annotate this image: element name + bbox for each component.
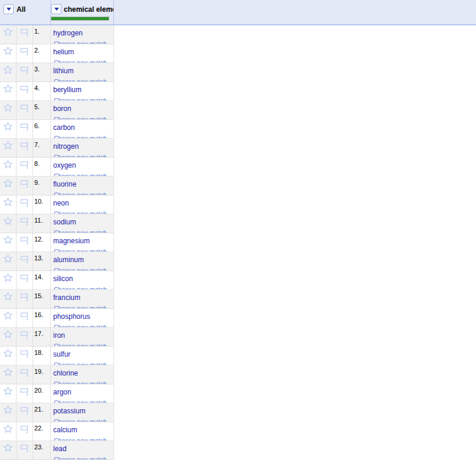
- flag-icon[interactable]: [20, 66, 30, 81]
- choose-new-match-link[interactable]: Choose new match: [54, 267, 107, 270]
- flag-icon[interactable]: [20, 122, 30, 138]
- flag-icon[interactable]: [20, 84, 30, 100]
- cell-value-link[interactable]: phosphorus: [53, 312, 90, 321]
- star-icon[interactable]: [3, 311, 13, 327]
- star-icon[interactable]: [3, 386, 13, 403]
- flag-icon[interactable]: [20, 160, 30, 176]
- star-icon[interactable]: [3, 329, 13, 346]
- choose-new-match-link[interactable]: Choose new match: [54, 399, 107, 403]
- star-icon[interactable]: [3, 235, 13, 252]
- choose-new-match-link[interactable]: Choose new match: [54, 324, 107, 327]
- choose-new-match-link[interactable]: Choose new match: [54, 40, 107, 44]
- cell-value-link[interactable]: francium: [53, 293, 80, 302]
- choose-new-match-link[interactable]: Choose new match: [54, 286, 107, 289]
- flag-icon[interactable]: [20, 236, 30, 252]
- star-icon[interactable]: [3, 405, 13, 422]
- cell-value-link[interactable]: hydrogen: [53, 29, 83, 37]
- flag-icon[interactable]: [20, 47, 30, 63]
- flag-icon[interactable]: [20, 443, 30, 459]
- choose-new-match-link[interactable]: Choose new match: [54, 229, 107, 233]
- flag-icon[interactable]: [20, 349, 30, 365]
- choose-new-match-link[interactable]: Choose new match: [54, 191, 107, 195]
- table-row: 13. aluminum Choose new match: [0, 252, 114, 271]
- flag-icon[interactable]: [20, 368, 30, 384]
- choose-new-match-link[interactable]: Choose new match: [54, 418, 107, 422]
- cell-value-link[interactable]: boron: [53, 105, 71, 113]
- choose-new-match-link[interactable]: Choose new match: [54, 210, 107, 214]
- flag-icon[interactable]: [20, 217, 30, 233]
- flag-icon[interactable]: [20, 141, 30, 157]
- value-cell: sodium Choose new match: [51, 214, 114, 233]
- cell-value-link[interactable]: carbon: [53, 123, 75, 132]
- star-icon[interactable]: [3, 348, 13, 365]
- cell-value-link[interactable]: iron: [53, 331, 65, 340]
- star-icon[interactable]: [3, 367, 13, 384]
- flag-icon[interactable]: [20, 273, 30, 289]
- flag-cell: [17, 441, 33, 459]
- cell-value-link[interactable]: argon: [53, 388, 71, 396]
- star-icon[interactable]: [3, 84, 13, 100]
- chevron-down-icon: [6, 8, 11, 11]
- cell-value-link[interactable]: nitrogen: [53, 142, 79, 151]
- choose-new-match-link[interactable]: Choose new match: [54, 380, 107, 384]
- cell-value-link[interactable]: sulfur: [53, 350, 70, 358]
- cell-value-link[interactable]: silicon: [53, 275, 73, 283]
- cell-value-link[interactable]: neon: [53, 199, 69, 207]
- choose-new-match-link[interactable]: Choose new match: [54, 59, 107, 63]
- flag-icon[interactable]: [20, 28, 30, 44]
- cell-value-link[interactable]: chlorine: [53, 369, 78, 377]
- choose-new-match-link[interactable]: Choose new match: [54, 361, 107, 365]
- column-dropdown-button[interactable]: [51, 4, 61, 14]
- flag-icon[interactable]: [20, 255, 30, 270]
- flag-icon[interactable]: [20, 387, 30, 403]
- choose-new-match-link[interactable]: Choose new match: [54, 342, 107, 346]
- flag-icon[interactable]: [20, 406, 30, 422]
- cell-value-link[interactable]: oxygen: [53, 161, 76, 169]
- cell-value-link[interactable]: calcium: [53, 426, 77, 434]
- all-dropdown-button[interactable]: [4, 4, 14, 14]
- flag-icon[interactable]: [20, 103, 30, 119]
- star-icon[interactable]: [3, 103, 13, 119]
- cell-value-link[interactable]: magnesium: [53, 237, 90, 245]
- flag-icon[interactable]: [20, 311, 30, 327]
- cell-value-link[interactable]: fluorine: [53, 180, 76, 188]
- star-icon[interactable]: [3, 443, 13, 459]
- choose-new-match-link[interactable]: Choose new match: [54, 305, 107, 308]
- star-icon[interactable]: [3, 254, 13, 270]
- cell-value-link[interactable]: beryllium: [53, 86, 81, 94]
- choose-new-match-link[interactable]: Choose new match: [54, 135, 107, 138]
- star-icon[interactable]: [3, 65, 13, 81]
- cell-value-link[interactable]: potassium: [53, 407, 86, 415]
- choose-new-match-link[interactable]: Choose new match: [54, 248, 107, 252]
- star-icon[interactable]: [3, 159, 13, 176]
- star-cell: [0, 309, 17, 327]
- cell-value-link[interactable]: lithium: [53, 67, 74, 75]
- cell-value-link[interactable]: sodium: [53, 218, 76, 226]
- star-icon[interactable]: [3, 197, 13, 214]
- star-icon[interactable]: [3, 27, 13, 44]
- star-icon[interactable]: [3, 273, 13, 289]
- choose-new-match-link[interactable]: Choose new match: [54, 97, 107, 100]
- star-icon[interactable]: [3, 216, 13, 233]
- star-icon[interactable]: [3, 292, 13, 308]
- choose-new-match-link[interactable]: Choose new match: [54, 437, 107, 441]
- choose-new-match-link[interactable]: Choose new match: [54, 456, 107, 459]
- star-icon[interactable]: [3, 122, 13, 138]
- flag-icon[interactable]: [20, 179, 30, 195]
- star-icon[interactable]: [3, 424, 13, 441]
- flag-icon[interactable]: [20, 198, 30, 214]
- cell-value-link[interactable]: aluminum: [53, 256, 84, 264]
- choose-new-match-link[interactable]: Choose new match: [54, 154, 107, 157]
- column-title: chemical eleme: [64, 5, 113, 14]
- star-icon[interactable]: [3, 46, 13, 63]
- star-icon[interactable]: [3, 178, 13, 195]
- flag-icon[interactable]: [20, 330, 30, 346]
- choose-new-match-link[interactable]: Choose new match: [54, 116, 107, 119]
- star-icon[interactable]: [3, 141, 13, 157]
- choose-new-match-link[interactable]: Choose new match: [54, 172, 107, 176]
- cell-value-link[interactable]: lead: [53, 445, 67, 453]
- flag-icon[interactable]: [20, 425, 30, 441]
- choose-new-match-link[interactable]: Choose new match: [54, 78, 107, 81]
- cell-value-link[interactable]: helium: [53, 48, 74, 56]
- flag-icon[interactable]: [20, 292, 30, 308]
